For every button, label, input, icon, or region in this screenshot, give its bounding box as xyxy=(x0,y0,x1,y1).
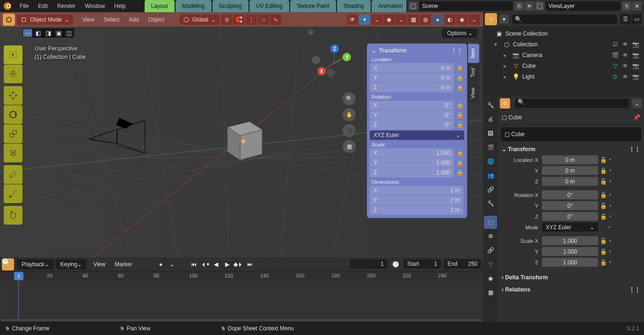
tool-transform[interactable] xyxy=(4,144,22,162)
prop-scale-z[interactable]: 1.000 xyxy=(542,258,598,267)
ptab-scene[interactable]: 🎬 xyxy=(484,141,497,154)
ptab-world[interactable]: 🌐 xyxy=(484,155,497,168)
tab-uvediting[interactable]: UV Editing xyxy=(249,0,289,12)
ptab-object[interactable]: ▢ xyxy=(484,216,497,229)
jump-start-icon[interactable]: ⏮ xyxy=(189,259,199,269)
tab-modeling[interactable]: Modeling xyxy=(176,0,212,12)
axis-neg[interactable] xyxy=(312,56,320,64)
prop-loc-z[interactable]: 0 m xyxy=(542,177,598,186)
play-icon[interactable]: ▶ xyxy=(222,259,233,269)
eye-icon[interactable]: 👁 xyxy=(621,73,630,80)
collapse-icon[interactable]: ▾ xyxy=(494,41,501,48)
lock-icon[interactable]: 🔓 xyxy=(455,73,464,82)
keyframe-dot[interactable]: • xyxy=(607,259,613,266)
lock-icon[interactable]: 🔓 xyxy=(455,63,464,73)
autokey-menu-icon[interactable]: ⌄ xyxy=(167,259,177,269)
mode-selector[interactable]: Object Mode ⌄ xyxy=(17,15,73,25)
editor-type-icon[interactable]: ⚙ xyxy=(500,98,510,109)
prop-rot-x[interactable]: 0° xyxy=(542,190,598,199)
lock-icon[interactable]: 🔓 xyxy=(599,259,607,266)
light-row[interactable]: ▸ 💡 Light ⊙ 👁📷 xyxy=(483,71,644,82)
keyframe-dot[interactable]: • xyxy=(607,157,613,163)
rotation-mode-dropdown[interactable]: XYZ Euler⌄ xyxy=(370,131,464,140)
scene-delete-icon[interactable]: ✕ xyxy=(525,1,534,11)
new-collection-icon[interactable]: ▭ xyxy=(631,14,642,24)
xray-icon[interactable]: ▦ xyxy=(408,15,419,25)
select-mode-4[interactable]: ▣ xyxy=(53,29,64,37)
drag-icon[interactable]: ⋮⋮ xyxy=(451,47,462,54)
axis-gizmo[interactable]: X Y Z xyxy=(315,44,353,82)
axis-z[interactable]: Z xyxy=(330,44,339,53)
delta-transform-header[interactable]: › Delta Transform xyxy=(502,272,640,283)
playback-dropdown[interactable]: Playback ⌄ xyxy=(17,259,54,269)
location-z-field[interactable]: Z0 m xyxy=(370,83,454,92)
ntab-item[interactable]: Item xyxy=(468,44,479,63)
cube-object[interactable] xyxy=(219,113,271,165)
cube-row[interactable]: ▸ ▽ Cube ▽ 👁📷 xyxy=(483,60,644,71)
autokey-icon[interactable]: ● xyxy=(156,259,166,269)
scale-x-field[interactable]: X1.000 xyxy=(370,148,454,158)
dim-z-field[interactable]: Z2 m xyxy=(370,205,463,215)
timeline-ruler[interactable]: 1 20 40 60 80 100 120 140 160 180 200 22… xyxy=(0,271,483,281)
select-mode-5[interactable]: ◫ xyxy=(64,29,74,37)
tool-move[interactable] xyxy=(4,86,22,105)
dim-x-field[interactable]: X2 m xyxy=(370,186,463,195)
viewlayer-name-field[interactable]: ViewLayer xyxy=(546,1,621,11)
shading-material-icon[interactable]: ◐ xyxy=(444,15,455,25)
snap-icon[interactable]: 🧲 xyxy=(234,15,245,25)
dim-y-field[interactable]: Y2 m xyxy=(370,196,463,205)
shading-wireframe-icon[interactable]: ◍ xyxy=(420,15,431,25)
display-mode-icon[interactable]: ▾ xyxy=(499,15,509,24)
checkbox-icon[interactable]: ☑ xyxy=(610,41,620,48)
menu-object[interactable]: Object xyxy=(144,16,169,23)
prop-rot-y[interactable]: 0° xyxy=(542,201,598,210)
gizmo-menu-icon[interactable]: ⌄ xyxy=(371,15,382,25)
render-icon[interactable]: 📷 xyxy=(631,41,640,48)
lock-icon[interactable]: 🔓 xyxy=(599,203,607,209)
ntab-tool[interactable]: Tool xyxy=(468,63,479,82)
tool-annotate[interactable] xyxy=(4,165,22,184)
keyframe-dot[interactable]: • xyxy=(607,238,613,244)
scene-name-field[interactable]: Scene xyxy=(419,1,513,11)
overlay-menu-icon[interactable]: ⌄ xyxy=(395,15,407,25)
tab-sculpting[interactable]: Sculpting xyxy=(212,0,249,12)
start-frame-field[interactable]: Start1 xyxy=(403,259,441,269)
keyframe-dot[interactable]: • xyxy=(607,168,613,174)
menu-edit[interactable]: Edit xyxy=(33,3,52,9)
menu-add[interactable]: Add xyxy=(124,16,143,23)
eye-icon[interactable]: 👁 xyxy=(621,41,630,48)
render-icon[interactable]: 📷 xyxy=(631,63,640,69)
editor-type-icon[interactable]: ≡ xyxy=(485,13,497,25)
perspective-toggle-icon[interactable]: ▦ xyxy=(343,140,356,153)
expand-icon[interactable]: ▸ xyxy=(504,73,510,80)
eye-icon[interactable]: 👁 xyxy=(621,52,630,58)
keyframe-dot[interactable]: • xyxy=(607,178,613,185)
scene-browse-icon[interactable] xyxy=(409,1,418,11)
collection-row[interactable]: ▾ ▢ Collection ☑👁📷 xyxy=(483,39,644,50)
tool-scale[interactable] xyxy=(4,124,22,143)
scale-y-field[interactable]: Y1.000 xyxy=(370,158,454,168)
prop-loc-y[interactable]: 0 m xyxy=(542,166,598,175)
ptab-data[interactable]: ▽ xyxy=(484,258,497,271)
keyframe-dot[interactable]: • xyxy=(607,213,613,220)
keyframe-prev-icon[interactable]: ⏴◆ xyxy=(200,259,210,269)
select-mode-3[interactable]: ◨ xyxy=(43,29,53,37)
lock-icon[interactable]: 🔓 xyxy=(455,158,464,168)
rotation-x-field[interactable]: X0° xyxy=(370,101,454,110)
menu-file[interactable]: File xyxy=(15,3,33,9)
camera-row[interactable]: ▸ 📷 Camera 🎬 👁📷 xyxy=(483,50,644,60)
menu-view[interactable]: View xyxy=(78,16,99,23)
ptab-viewlayer[interactable]: 🖼 xyxy=(484,127,497,140)
expand-icon[interactable]: ▸ xyxy=(504,63,510,69)
tool-rotate[interactable] xyxy=(4,105,22,124)
ptab-objconstraints[interactable]: 🔗 xyxy=(484,244,497,257)
lock-icon[interactable]: 🔓 xyxy=(455,168,464,177)
lock-icon[interactable]: 🔓 xyxy=(599,178,607,185)
breadcrumb-label[interactable]: Cube xyxy=(508,114,522,121)
editor-type-icon[interactable] xyxy=(3,14,15,26)
editor-type-icon[interactable]: 🕐 xyxy=(2,258,14,270)
zoom-icon[interactable]: 🔍 xyxy=(343,92,356,105)
lock-icon[interactable]: 🔓 xyxy=(455,110,464,120)
pan-icon[interactable]: ✋ xyxy=(343,108,356,121)
lock-icon[interactable]: 🔓 xyxy=(599,213,607,220)
